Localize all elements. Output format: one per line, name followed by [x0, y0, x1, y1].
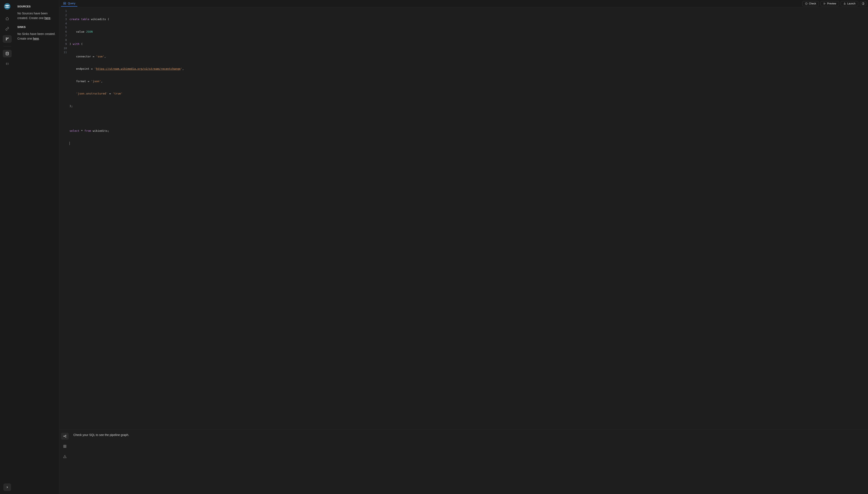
nav-expand-button[interactable] [3, 483, 11, 491]
nav-database[interactable] [3, 50, 12, 57]
svg-point-9 [63, 436, 64, 437]
nav-functions[interactable] [3, 60, 12, 68]
code-content: create table wikiedits ( value JSON ) wi… [70, 7, 868, 429]
bottom-panel: Check your SQL to see the pipeline graph… [59, 429, 868, 494]
sinks-empty-message: No Sinks have been created. Create one h… [17, 32, 56, 41]
panel-tab-results[interactable] [61, 443, 69, 450]
check-button[interactable]: Check [802, 1, 819, 6]
grid-icon [63, 445, 67, 448]
warning-icon [63, 455, 67, 458]
link-icon [5, 27, 9, 31]
svg-point-11 [65, 437, 66, 437]
sources-title: SOURCES [17, 5, 56, 8]
panel-tab-errors[interactable] [61, 453, 69, 460]
panel-content: Check your SQL to see the pipeline graph… [70, 430, 868, 494]
panel-tabs [59, 430, 70, 494]
branch-icon [5, 37, 9, 41]
panel-tab-graph[interactable] [61, 433, 69, 440]
nav-divider [3, 46, 11, 46]
query-tab[interactable]: Query [61, 0, 77, 6]
sidebar: SOURCES No Sources have been created. Cr… [14, 0, 59, 494]
nav-rail [0, 0, 14, 494]
panel-icon [862, 2, 864, 5]
svg-point-6 [805, 2, 807, 5]
layout-toggle-button[interactable] [860, 1, 866, 6]
sources-empty-message: No Sources have been created. Create one… [17, 11, 56, 21]
nav-pipelines[interactable] [3, 35, 12, 43]
code-editor[interactable]: 1 2 3 4 5 6 7 8 9 10 11 create table wik… [59, 7, 868, 429]
nav-connections[interactable] [3, 25, 12, 33]
nav-home[interactable] [3, 15, 12, 22]
check-circle-icon [805, 2, 808, 5]
app-logo [4, 3, 11, 10]
tab-actions: Check Preview Launch [802, 1, 866, 6]
sinks-here-link[interactable]: here [33, 37, 39, 40]
svg-point-10 [65, 435, 66, 436]
svg-point-4 [6, 52, 8, 53]
svg-point-0 [4, 3, 11, 10]
function-icon [5, 62, 9, 66]
sql-icon [63, 2, 66, 5]
svg-rect-12 [63, 445, 66, 448]
chevron-right-icon [6, 486, 9, 489]
panel-message: Check your SQL to see the pipeline graph… [73, 433, 129, 437]
line-gutter: 1 2 3 4 5 6 7 8 9 10 11 [59, 7, 70, 429]
sinks-title: SINKS [17, 26, 56, 28]
play-icon [823, 2, 826, 5]
svg-point-1 [6, 38, 6, 38]
home-icon [5, 17, 9, 21]
sources-here-link[interactable]: here [44, 16, 51, 20]
network-icon [63, 435, 67, 438]
tab-bar: Query Check Preview Launch [59, 0, 868, 7]
svg-rect-7 [862, 2, 864, 4]
rocket-icon [844, 2, 846, 5]
main-area: Query Check Preview Launch 1 2 3 [59, 0, 868, 494]
preview-button[interactable]: Preview [820, 1, 839, 6]
tab-label: Query [68, 2, 75, 5]
database-icon [5, 52, 9, 56]
launch-button[interactable]: Launch [841, 1, 858, 6]
